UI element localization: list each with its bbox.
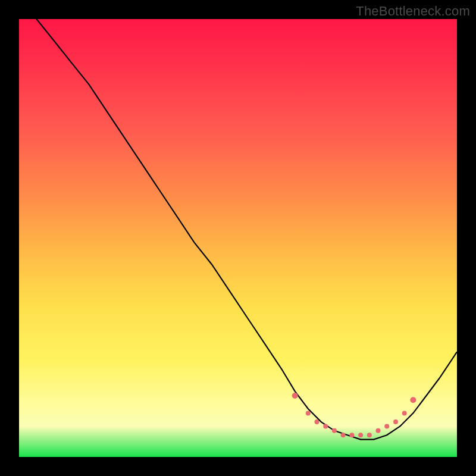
marker-dot	[402, 411, 407, 415]
marker-dot	[384, 424, 389, 429]
marker-dot	[332, 428, 337, 433]
marker-dot	[367, 433, 372, 437]
watermark-text: TheBottleneck.com	[356, 4, 470, 19]
marker-dot	[341, 433, 346, 437]
marker-dot	[393, 419, 398, 424]
marker-dot	[323, 424, 328, 429]
marker-dot	[349, 433, 354, 437]
marker-dot	[358, 433, 363, 437]
marker-dot	[376, 428, 381, 433]
chart-svg	[19, 19, 457, 457]
marker-dot	[315, 419, 320, 424]
optimal-range-markers	[292, 393, 416, 437]
marker-dot	[410, 397, 416, 403]
marker-dot	[292, 393, 298, 399]
bottleneck-curve	[19, 2, 457, 440]
marker-dot	[306, 411, 311, 415]
chart-frame: TheBottleneck.com	[0, 0, 476, 476]
curve-line	[19, 2, 457, 440]
